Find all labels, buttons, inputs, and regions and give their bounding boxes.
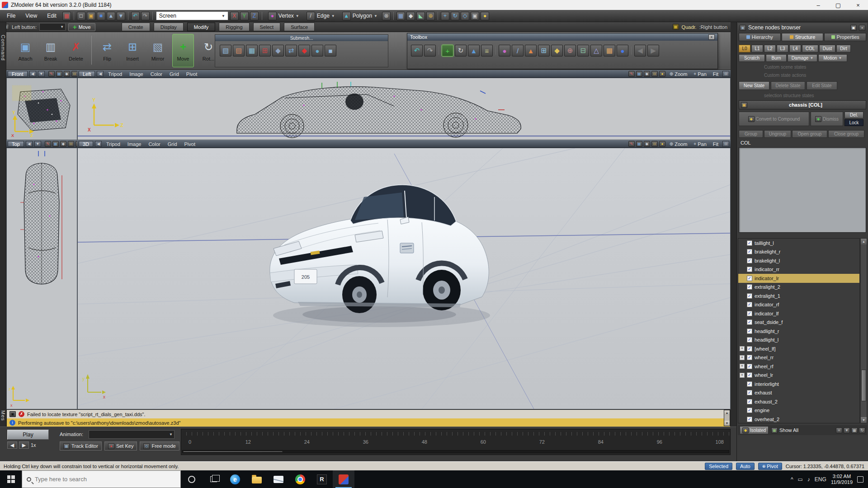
node-visibility-checkbox[interactable]: ✓ <box>747 284 752 290</box>
damage-button[interactable]: Damage▼ <box>788 54 817 62</box>
expand-icon[interactable]: + <box>740 346 745 351</box>
submesh-flip-icon[interactable]: ⇄ <box>285 45 297 56</box>
scroll-up-icon[interactable]: ▲ <box>724 410 730 415</box>
light-icon[interactable]: ● <box>481 12 489 20</box>
wire-toggle-icon[interactable]: ✎ <box>48 71 55 77</box>
volume-icon[interactable]: ♪ <box>807 476 810 483</box>
extrude-icon[interactable]: ⊞ <box>538 45 550 56</box>
translate-up-icon[interactable]: ▲ <box>468 45 480 56</box>
tab-hierarchy[interactable]: Hierarchy <box>739 33 781 41</box>
rotate-icon[interactable]: ↻ <box>455 45 467 56</box>
maximize-viewport-icon[interactable]: ⊡ <box>722 141 729 147</box>
mirror-button[interactable]: ▧Mirror <box>147 34 169 67</box>
tab-select[interactable]: Select <box>253 23 281 31</box>
scroll-down-icon[interactable]: ▼ <box>724 421 730 426</box>
prev-icon[interactable]: ◀ <box>634 45 646 56</box>
node-visibility-checkbox[interactable]: ✓ <box>747 364 752 369</box>
scene-node-row[interactable]: ✓brakelight_r <box>738 248 859 257</box>
chevron-left-icon[interactable]: ◀ <box>26 141 33 147</box>
new-state-button[interactable]: New State <box>739 81 769 90</box>
message-row[interactable]: i Performing autosave to "c:\users\antho… <box>7 418 730 427</box>
light-toggle-icon[interactable]: ● <box>659 141 665 147</box>
detach-icon[interactable]: ⊟ <box>577 45 589 56</box>
screen-mode-select[interactable]: Screen ▼ <box>156 11 228 20</box>
node-visibility-checkbox[interactable]: ✓ <box>747 408 752 413</box>
node-visibility-checkbox[interactable]: ✓ <box>747 249 752 254</box>
scene-node-row[interactable]: ✓indicator_lf <box>738 309 859 318</box>
move-tool-icon[interactable]: + <box>441 12 449 20</box>
taskbar-search[interactable] <box>22 470 181 488</box>
node-visibility-checkbox[interactable]: ✓ <box>747 372 752 378</box>
wire-toggle-icon[interactable]: ✎ <box>628 71 635 77</box>
close-icon[interactable]: × <box>708 34 715 40</box>
gear-icon[interactable]: ⊗ <box>382 12 391 20</box>
key-icon[interactable]: ⊟ <box>651 141 658 147</box>
scroll-up-icon[interactable]: ▲ <box>861 239 867 244</box>
texture-toggle-icon[interactable]: ▦ <box>636 71 642 77</box>
convert-to-compound-button[interactable]: ◆ Convert to Compound <box>739 112 809 126</box>
maximize-viewport-icon[interactable]: ⊡ <box>722 71 729 77</box>
scene-node-row[interactable]: +✓[wheel_lf] <box>738 344 859 353</box>
node-visibility-checkbox[interactable]: ✓ <box>747 328 752 334</box>
cortana-button[interactable] <box>181 470 203 488</box>
undo-icon[interactable]: ↶ <box>411 45 423 56</box>
key-icon[interactable]: ⊟ <box>68 141 74 147</box>
submesh-box-icon[interactable]: ▧ <box>220 45 231 56</box>
fit-button[interactable]: Fit <box>711 141 721 147</box>
task-view-button[interactable] <box>203 470 224 488</box>
uv-map-icon[interactable]: ▦ <box>604 45 615 56</box>
top-viewport[interactable]: z x <box>6 148 77 409</box>
command-panel-tab[interactable]: Command <box>0 35 6 61</box>
redo-icon[interactable]: ↷ <box>424 45 436 56</box>
break-button[interactable]: ▥Break <box>40 34 61 67</box>
viewport-menu-tripod[interactable]: Tripod <box>104 141 123 147</box>
light-toggle-icon[interactable]: ● <box>659 71 665 77</box>
scratch-button[interactable]: Scratch <box>739 54 765 62</box>
scene-node-row[interactable]: ✓indicator_lr <box>738 274 859 283</box>
delete-state-button[interactable]: Delete State <box>771 81 805 90</box>
insert-button[interactable]: ⊞Insert <box>122 34 143 67</box>
scale-tool-icon[interactable]: ◇ <box>461 12 469 20</box>
viewport-name[interactable]: Left <box>79 71 95 77</box>
undo-icon[interactable]: ↶ <box>131 12 140 20</box>
taskbar-app-rage[interactable]: R <box>311 470 333 488</box>
action-center-icon[interactable] <box>857 476 863 483</box>
export-icon[interactable]: ▼ <box>117 12 125 20</box>
axes-mode-icon[interactable]: ⊕ <box>426 12 435 20</box>
menu-view[interactable]: View <box>21 12 41 20</box>
shading-toggle-icon[interactable]: ◆ <box>64 71 70 77</box>
tab-surface[interactable]: Surface <box>284 23 315 31</box>
node-visibility-checkbox[interactable]: ✓ <box>747 390 752 395</box>
message-scrollbar[interactable]: ▲ ▼ <box>724 410 730 426</box>
start-button[interactable] <box>0 470 22 488</box>
timeline-scrollbar[interactable] <box>182 450 729 453</box>
shading-toggle-icon[interactable]: ◆ <box>644 71 650 77</box>
texture-toggle-icon[interactable]: ▦ <box>636 141 642 147</box>
node-visibility-checkbox[interactable]: ✓ <box>747 267 752 272</box>
submesh-title[interactable]: Submesh... <box>215 35 388 41</box>
node-visibility-checkbox[interactable]: ✓ <box>747 381 752 387</box>
shading-toggle-icon[interactable]: ◆ <box>60 141 66 147</box>
open-file-icon[interactable]: ▣ <box>87 12 95 20</box>
shading-toggle-icon[interactable]: ◆ <box>644 141 650 147</box>
left-button-tool[interactable]: + Move <box>68 23 95 31</box>
wire-toggle-icon[interactable]: ✎ <box>45 141 51 147</box>
tray-chevron-icon[interactable]: ^ <box>791 476 793 483</box>
key-icon[interactable]: ⊟ <box>651 71 658 77</box>
rotate-tool-icon[interactable]: ↻ <box>451 12 459 20</box>
selected-node-bar[interactable]: ▣ chassis [COL] <box>739 100 866 109</box>
viewport-menu-color[interactable]: Color <box>146 141 163 147</box>
del-button[interactable]: Del. <box>844 112 863 118</box>
expand-icon[interactable]: + <box>740 364 745 369</box>
wire-toggle-icon[interactable]: ✎ <box>628 141 635 147</box>
weld-icon[interactable]: ⊕ <box>564 45 576 56</box>
node-visibility-checkbox[interactable]: ✓ <box>747 240 752 246</box>
flip-button[interactable]: ⇄Flip <box>96 34 118 67</box>
polygon-mode-button[interactable]: ▲ Polygon▼ <box>340 12 380 20</box>
set-key-button[interactable]: ● Set Key <box>104 441 137 450</box>
motion-button[interactable]: Motion▼ <box>818 54 847 62</box>
sort-icon[interactable]: ▼ <box>844 427 850 433</box>
chevron-left-icon[interactable]: ◀ <box>29 71 36 77</box>
group-button[interactable]: Group <box>739 130 763 138</box>
node-visibility-checkbox[interactable]: ✓ <box>747 355 752 360</box>
